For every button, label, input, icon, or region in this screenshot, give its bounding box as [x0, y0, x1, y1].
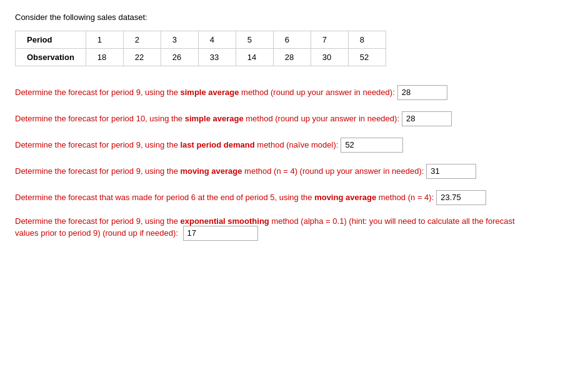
col-header-2: 2	[123, 31, 161, 49]
col-header-period: Period	[16, 31, 86, 49]
col-header-4: 4	[198, 31, 236, 49]
observation-value-2: 22	[123, 49, 161, 66]
q3-answer[interactable]: 52	[341, 138, 403, 153]
col-header-6: 6	[273, 31, 311, 49]
q6-text-line1: Determine the forecast for period 9, usi…	[15, 216, 515, 226]
question-4: Determine the forecast for period 9, usi…	[15, 164, 573, 179]
q4-answer[interactable]: 31	[426, 164, 476, 179]
col-header-5: 5	[236, 31, 273, 49]
observation-value-1: 18	[86, 49, 123, 66]
q2-text: Determine the forecast for period 10, us…	[15, 114, 399, 123]
question-3: Determine the forecast for period 9, usi…	[15, 138, 573, 153]
questions-container: Determine the forecast for period 9, usi…	[15, 85, 573, 241]
q1-text: Determine the forecast for period 9, usi…	[15, 88, 395, 97]
col-header-3: 3	[161, 31, 198, 49]
observation-value-4: 33	[198, 49, 236, 66]
observation-value-5: 14	[236, 49, 273, 66]
col-header-8: 8	[348, 31, 386, 49]
col-header-7: 7	[311, 31, 348, 49]
question-1: Determine the forecast for period 9, usi…	[15, 85, 573, 100]
observation-value-6: 28	[273, 49, 311, 66]
question-6: Determine the forecast for period 9, usi…	[15, 216, 573, 241]
row-label-observation: Observation	[16, 49, 86, 66]
q3-text: Determine the forecast for period 9, usi…	[15, 140, 338, 149]
q1-answer[interactable]: 28	[397, 85, 447, 100]
q2-answer[interactable]: 28	[402, 111, 452, 126]
question-2: Determine the forecast for period 10, us…	[15, 111, 573, 126]
col-header-1: 1	[86, 31, 123, 49]
question-5: Determine the forecast that was made for…	[15, 190, 573, 205]
q6-text-line2: values prior to period 9) (round up if n…	[15, 228, 181, 238]
observation-value-8: 52	[348, 49, 386, 66]
q5-text: Determine the forecast that was made for…	[15, 193, 434, 202]
observation-value-3: 26	[161, 49, 198, 66]
q4-text: Determine the forecast for period 9, usi…	[15, 166, 424, 176]
intro-text: Consider the following sales dataset:	[15, 13, 573, 22]
q6-answer[interactable]: 17	[183, 226, 258, 241]
q5-answer[interactable]: 23.75	[436, 190, 486, 205]
observation-value-7: 30	[311, 49, 348, 66]
data-table: Period12345678 Observation18222633142830…	[15, 31, 386, 66]
